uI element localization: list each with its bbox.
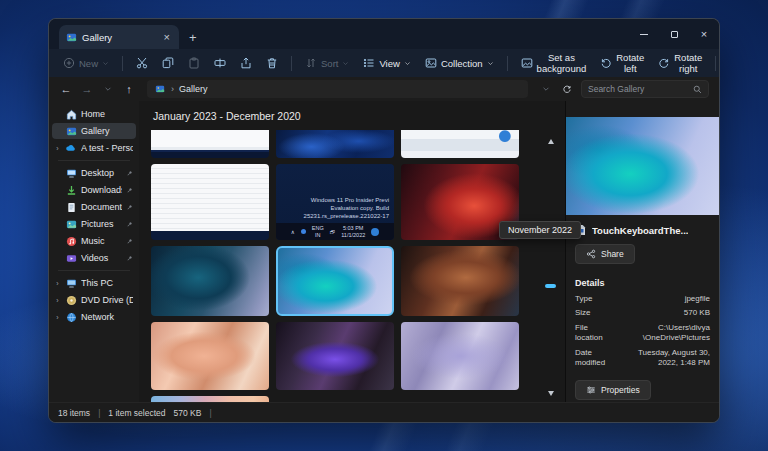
sidebar-item-this-pc[interactable]: › This PC [52, 275, 136, 291]
rename-icon [214, 57, 226, 69]
photo-thumbnail[interactable] [151, 396, 269, 402]
search-input[interactable] [588, 84, 689, 94]
photo-thumbnail[interactable]: Windows 11 Pro Insider Previ Evaluation … [276, 164, 394, 240]
maximize-button[interactable] [659, 19, 689, 49]
photo-thumbnail[interactable] [151, 164, 269, 240]
back-button[interactable]: ← [59, 83, 73, 95]
window-controls: × [629, 19, 719, 49]
collection-button[interactable]: Collection [419, 54, 500, 72]
sidebar-item-downloads[interactable]: Downloads [52, 182, 136, 198]
breadcrumb[interactable]: › Gallery [147, 80, 528, 98]
rename-button[interactable] [208, 54, 232, 72]
new-button[interactable]: New [57, 54, 115, 72]
breadcrumb-item-gallery[interactable]: Gallery [179, 84, 208, 94]
chevron-right-icon[interactable]: › [54, 280, 61, 287]
chevron-down-icon [102, 60, 109, 67]
sort-button[interactable]: Sort [299, 54, 355, 72]
dvd-icon [65, 294, 77, 306]
onedrive-icon [65, 142, 77, 154]
copy-button[interactable] [156, 54, 180, 72]
photo-thumbnail[interactable] [276, 130, 394, 158]
cut-button[interactable] [130, 54, 154, 72]
up-button[interactable]: ↑ [122, 83, 136, 95]
close-button[interactable]: × [689, 19, 719, 49]
selected-filename: TouchKeyboardThe... [592, 225, 688, 236]
new-tab-button[interactable]: + [189, 30, 197, 45]
gallery-icon [65, 125, 77, 137]
scroll-down-icon[interactable] [548, 391, 554, 396]
tab-gallery[interactable]: Gallery × [59, 25, 179, 49]
home-icon [65, 108, 77, 120]
tab-title: Gallery [82, 32, 156, 43]
rotate-left-button[interactable]: Rotate left [594, 49, 650, 77]
address-dropdown-button[interactable] [539, 85, 553, 93]
paste-button[interactable] [182, 54, 206, 72]
sidebar-item-videos[interactable]: Videos [52, 250, 136, 266]
properties-button[interactable]: Properties [575, 380, 651, 400]
scrollbar-thumb[interactable] [545, 284, 556, 288]
sidebar-item-documents[interactable]: Documents [52, 199, 136, 215]
photo-thumbnail[interactable] [151, 246, 269, 316]
photo-thumbnail-selected[interactable] [276, 246, 394, 316]
tab-close-icon[interactable]: × [161, 31, 173, 43]
clock-date: 11/1/2022 [341, 232, 365, 238]
sidebar-item-desktop[interactable]: Desktop [52, 165, 136, 181]
share-button-toolbar[interactable] [234, 54, 258, 72]
toolbar-divider [715, 56, 716, 71]
properties-label: Properties [601, 385, 640, 395]
sidebar-item-onedrive[interactable]: › A test - Personal [52, 140, 136, 156]
chevron-right-icon[interactable]: › [54, 145, 61, 152]
new-icon [63, 57, 75, 69]
photo-thumbnail[interactable] [401, 322, 519, 390]
command-bar: New Sort View Collection Set as bac [49, 49, 719, 77]
share-button[interactable]: Share [575, 244, 635, 264]
clock-time: 5:03 PM [343, 225, 363, 231]
videos-icon [65, 252, 77, 264]
chevron-right-icon[interactable]: › [54, 314, 61, 321]
scroll-up-icon[interactable] [548, 139, 554, 144]
photo-thumbnail[interactable] [276, 322, 394, 390]
title-bar: Gallery × + × [49, 19, 719, 49]
pin-icon [126, 221, 133, 228]
pin-icon [126, 187, 133, 194]
timeline-scrollbar[interactable] [545, 139, 557, 396]
photo-thumbnail[interactable] [401, 130, 519, 158]
sidebar-item-home[interactable]: Home [52, 106, 136, 122]
paste-icon [188, 57, 200, 69]
toolbar-divider [122, 56, 123, 71]
photo-grid: Windows 11 Pro Insider Previ Evaluation … [151, 130, 537, 402]
sidebar-item-pictures[interactable]: Pictures [52, 216, 136, 232]
view-button[interactable]: View [357, 54, 416, 72]
sidebar-item-music[interactable]: Music [52, 233, 136, 249]
set-as-background-button[interactable]: Set as background [515, 49, 593, 77]
winver-line1: Windows 11 Pro Insider Previ [276, 196, 389, 204]
gallery-icon [154, 83, 166, 95]
navigation-pane: Home Gallery › A test - Personal Desktop [49, 101, 139, 402]
sidebar-item-network[interactable]: › Network [52, 309, 136, 325]
forward-button[interactable]: → [80, 83, 94, 95]
gallery-icon [65, 31, 77, 43]
chevron-right-icon[interactable]: › [54, 297, 61, 304]
photo-thumbnail[interactable] [151, 322, 269, 390]
desktop-icon [65, 167, 77, 179]
set-as-background-label: Set as background [537, 52, 587, 74]
address-bar: ← → ↑ › Gallery [49, 77, 719, 101]
photo-thumbnail[interactable] [151, 130, 269, 158]
delete-button[interactable] [260, 54, 284, 72]
photo-thumbnail[interactable] [401, 246, 519, 316]
refresh-button[interactable] [560, 84, 574, 94]
recent-locations-button[interactable] [101, 85, 115, 93]
desktop: { "window": { "tab_title": "Gallery" }, … [0, 0, 768, 451]
new-label: New [79, 58, 98, 69]
music-icon [65, 235, 77, 247]
sidebar-item-gallery[interactable]: Gallery [52, 123, 136, 139]
speaker-icon: 🗗 [330, 229, 336, 235]
selection-status: 1 item selected [108, 408, 165, 418]
share-icon [586, 249, 596, 259]
cut-icon [136, 57, 148, 69]
sidebar-item-dvd-drive[interactable]: › DVD Drive (D:) CCC [52, 292, 136, 308]
bluetooth-icon [301, 229, 306, 234]
minimize-button[interactable] [629, 19, 659, 49]
rotate-right-button[interactable]: Rotate right [652, 49, 708, 77]
maximize-icon [671, 31, 678, 38]
